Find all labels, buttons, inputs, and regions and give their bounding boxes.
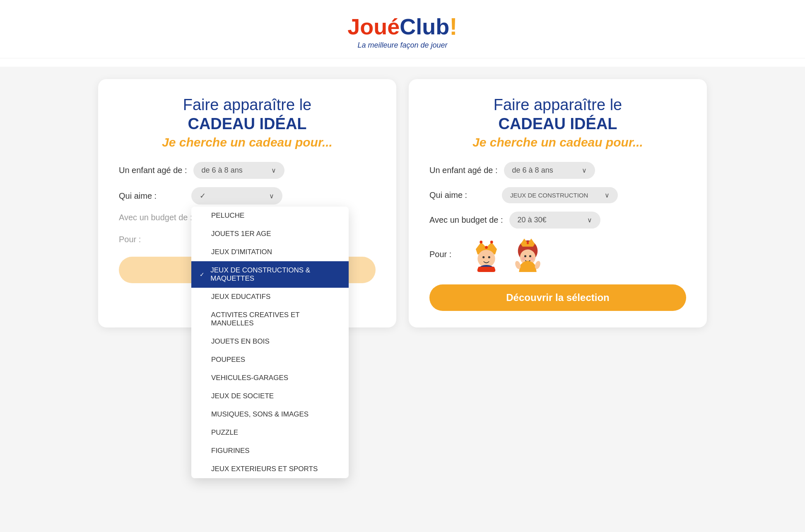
- checkmark-jeuxConstruction: ✓: [200, 271, 205, 278]
- pour-label-left: Pour :: [119, 235, 152, 244]
- dropdown-item-jouets1er[interactable]: JOUETS 1ER AGE: [191, 225, 349, 243]
- age-row: Un enfant agé de : de 6 à 8 ans ∨: [119, 162, 376, 179]
- dropdown-item-musiques[interactable]: MUSIQUES, SONS & IMAGES: [191, 405, 349, 424]
- dropdown-item-peluche[interactable]: PELUCHE: [191, 207, 349, 225]
- king-avatar: [469, 237, 504, 272]
- svg-point-13: [529, 255, 531, 257]
- dropdown-item-jouetsBois[interactable]: JOUETS EN BOIS: [191, 332, 349, 351]
- right-card-subtitle: Je cherche un cadeau pour...: [429, 135, 686, 149]
- svg-point-2: [485, 246, 488, 249]
- left-card-title: Faire apparaître le CADEAU IDÉAL: [119, 96, 376, 133]
- girl-avatar: [510, 237, 545, 272]
- dropdown-item-vehicules[interactable]: VEHICULES-GARAGES: [191, 369, 349, 387]
- dropdown-item-jeuxSociete[interactable]: JEUX DE SOCIETE: [191, 387, 349, 405]
- svg-point-3: [490, 241, 493, 244]
- right-age-select[interactable]: de 6 à 8 ans ∨: [504, 162, 595, 179]
- right-age-row: Un enfant agé de : de 6 à 8 ans ∨: [429, 162, 686, 179]
- svg-point-1: [480, 241, 482, 244]
- right-budget-row: Avec un budget de : 20 à 30€ ∨: [429, 212, 686, 229]
- interest-dropdown-menu: PELUCHE JOUETS 1ER AGE JEUX D'IMITATION …: [191, 207, 349, 478]
- right-budget-select[interactable]: 20 à 30€ ∨: [509, 212, 600, 229]
- left-card: Faire apparaître le CADEAU IDÉAL Je cher…: [98, 79, 396, 327]
- svg-point-5: [482, 256, 484, 258]
- interest-chevron-icon: ∨: [269, 192, 274, 200]
- logo-subtitle: La meilleure façon de jouer: [357, 41, 447, 50]
- svg-point-12: [524, 255, 526, 257]
- discover-btn-right[interactable]: Découvrir la sélection: [429, 284, 686, 311]
- dropdown-item-jeuxConstruction[interactable]: ✓ JEUX DE CONSTRUCTIONS & MAQUETTES: [191, 261, 349, 288]
- budget-label-left: Avec un budget de :: [119, 213, 193, 222]
- svg-point-6: [488, 256, 490, 258]
- svg-point-14: [522, 257, 525, 261]
- dropdown-item-poupees[interactable]: POUPEES: [191, 351, 349, 369]
- interest-dropdown-container: ✓ ∨ PELUCHE JOUETS 1ER AGE JEUX D: [191, 187, 282, 205]
- right-age-chevron-icon: ∨: [582, 166, 587, 174]
- right-budget-label: Avec un budget de :: [429, 215, 503, 225]
- header-divider: [0, 58, 805, 58]
- dropdown-item-jeuxExterieurs[interactable]: JEUX EXTERIEURS ET SPORTS: [191, 460, 349, 478]
- interest-row: Qui aime : ✓ ∨ PELUCHE JOUETS 1ER AGE: [119, 187, 376, 205]
- right-age-label: Un enfant agé de :: [429, 166, 498, 175]
- right-card-title: Faire apparaître le CADEAU IDÉAL: [429, 96, 686, 133]
- logo-club: Club: [400, 14, 449, 39]
- right-pour-row: Pour :: [429, 237, 686, 272]
- right-interest-row: Qui aime : JEUX DE CONSTRUCTION ∨: [429, 187, 686, 203]
- age-chevron-icon: ∨: [271, 166, 276, 174]
- dropdown-item-activites[interactable]: ACTIVITES CREATIVES ET MANUELLES: [191, 306, 349, 332]
- dropdown-item-jeuxEducatifs[interactable]: JEUX EDUCATIFS: [191, 288, 349, 306]
- age-select[interactable]: de 6 à 8 ans ∨: [193, 162, 284, 179]
- svg-point-15: [530, 257, 534, 261]
- main-content: Faire apparaître le CADEAU IDÉAL Je cher…: [0, 67, 805, 340]
- right-budget-chevron-icon: ∨: [587, 216, 592, 224]
- dropdown-item-puzzle[interactable]: PUZZLE: [191, 424, 349, 442]
- svg-point-4: [477, 250, 495, 268]
- right-pour-label: Pour :: [429, 250, 463, 259]
- dropdown-item-jeuxImitation[interactable]: JEUX D'IMITATION: [191, 243, 349, 261]
- interest-label: Qui aime :: [119, 191, 185, 201]
- left-card-subtitle: Je cherche un cadeau pour...: [119, 135, 376, 149]
- logo: Joué Club !: [347, 12, 457, 40]
- svg-point-10: [527, 242, 529, 244]
- header: Joué Club ! La meilleure façon de jouer: [0, 0, 805, 67]
- right-card: Faire apparaître le CADEAU IDÉAL Je cher…: [409, 79, 707, 327]
- logo-joue: Joué: [347, 14, 400, 39]
- dropdown-item-figurines[interactable]: FIGURINES: [191, 442, 349, 460]
- right-interest-chevron-icon: ∨: [605, 191, 610, 199]
- logo-exclamation: !: [449, 12, 457, 40]
- right-interest-select[interactable]: JEUX DE CONSTRUCTION ∨: [502, 187, 618, 203]
- right-interest-label: Qui aime :: [429, 190, 496, 200]
- interest-select[interactable]: ✓ ∨: [191, 187, 282, 205]
- age-label: Un enfant agé de :: [119, 166, 187, 175]
